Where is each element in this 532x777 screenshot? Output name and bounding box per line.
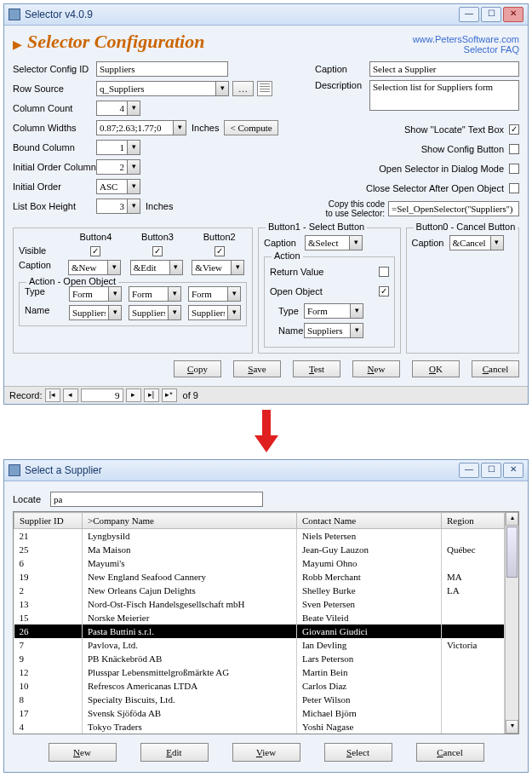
btn4-type[interactable] bbox=[69, 286, 108, 302]
site-link[interactable]: www.PetersSoftware.com bbox=[413, 34, 519, 44]
btn1-type[interactable] bbox=[304, 303, 350, 319]
col-header[interactable]: Region bbox=[442, 513, 505, 529]
table-row[interactable]: 2New Orleans Cajun DelightsShelley Burke… bbox=[14, 584, 505, 597]
new-button-2[interactable]: New bbox=[49, 743, 117, 762]
dropdown-icon[interactable]: ▾ bbox=[169, 260, 183, 275]
dropdown-icon[interactable]: ▾ bbox=[127, 179, 140, 194]
dropdown-icon[interactable]: ▾ bbox=[168, 286, 181, 302]
scrollbar[interactable]: ▴ ▾ bbox=[505, 512, 518, 734]
new-record-icon[interactable]: ▸* bbox=[162, 388, 177, 402]
bound-col-input[interactable] bbox=[96, 140, 127, 155]
dropdown-icon[interactable]: ▾ bbox=[127, 159, 140, 175]
table-row[interactable]: 12Plusspar Lebensmittelgroßmärkte AGMart… bbox=[14, 665, 505, 679]
btn3-visible-checkbox[interactable]: ✓ bbox=[152, 246, 163, 256]
show-config-checkbox[interactable] bbox=[509, 144, 519, 154]
maximize-icon[interactable]: ☐ bbox=[481, 463, 501, 478]
dropdown-icon[interactable]: ▾ bbox=[107, 260, 121, 275]
scroll-down-icon[interactable]: ▾ bbox=[506, 720, 518, 734]
dropdown-icon[interactable]: ▾ bbox=[490, 235, 504, 250]
dropdown-icon[interactable]: ▾ bbox=[108, 286, 122, 302]
open-object-checkbox[interactable]: ✓ bbox=[379, 286, 389, 296]
maximize-icon[interactable]: ☐ bbox=[481, 7, 501, 22]
dropdown-icon[interactable]: ▾ bbox=[227, 286, 241, 302]
col-count-input[interactable] bbox=[96, 101, 127, 116]
dropdown-icon[interactable]: ▾ bbox=[127, 199, 140, 214]
init-order-col-input[interactable] bbox=[96, 159, 127, 175]
col-header[interactable]: Supplier ID bbox=[14, 513, 83, 529]
new-button[interactable]: New bbox=[352, 360, 400, 377]
prev-record-icon[interactable]: ◂ bbox=[63, 388, 78, 402]
btn2-name[interactable] bbox=[188, 305, 227, 320]
compute-button[interactable]: < Compute bbox=[224, 120, 277, 135]
table-row[interactable]: 4Tokyo TradersYoshi Nagase bbox=[14, 720, 505, 734]
dropdown-icon[interactable]: ▾ bbox=[168, 305, 181, 320]
view-button[interactable]: View bbox=[232, 743, 300, 762]
btn4-name[interactable] bbox=[69, 305, 108, 320]
btn1-name[interactable] bbox=[304, 323, 350, 338]
cancel-button-2[interactable]: Cancel bbox=[416, 743, 484, 762]
locate-input[interactable] bbox=[50, 492, 263, 507]
table-row[interactable]: 26Pasta Buttini s.r.l.Giovanni Giudici bbox=[14, 624, 505, 638]
col-widths-input[interactable] bbox=[96, 120, 173, 135]
close-icon[interactable]: ✕ bbox=[503, 7, 523, 22]
copy-code-input[interactable] bbox=[388, 201, 519, 216]
table-row[interactable]: 19New England Seafood CanneryRobb Mercha… bbox=[14, 570, 505, 584]
scroll-up-icon[interactable]: ▴ bbox=[506, 512, 518, 526]
btn4-caption[interactable] bbox=[68, 260, 107, 275]
table-row[interactable]: 13Nord-Ost-Fisch Handelsgesellschaft mbH… bbox=[14, 597, 505, 611]
dropdown-icon[interactable]: ▾ bbox=[173, 120, 186, 135]
open-dialog-checkbox[interactable] bbox=[509, 164, 519, 174]
btn3-caption[interactable] bbox=[130, 260, 169, 275]
table-row[interactable]: 21LyngbysildNiels Petersen bbox=[14, 529, 505, 544]
btn1-caption[interactable] bbox=[305, 235, 349, 250]
btn3-type[interactable] bbox=[129, 286, 168, 302]
dropdown-icon[interactable]: ▾ bbox=[349, 235, 363, 250]
dropdown-icon[interactable]: ▾ bbox=[350, 323, 363, 338]
close-icon[interactable]: ✕ bbox=[503, 463, 523, 478]
btn2-visible-checkbox[interactable]: ✓ bbox=[215, 246, 225, 256]
save-button[interactable]: Save bbox=[233, 360, 281, 377]
next-record-icon[interactable]: ▸ bbox=[126, 388, 141, 402]
titlebar[interactable]: Selector v4.0.9 — ☐ ✕ bbox=[4, 4, 528, 26]
dropdown-icon[interactable]: ▾ bbox=[231, 260, 244, 275]
dropdown-icon[interactable]: ▾ bbox=[108, 305, 122, 320]
dropdown-icon[interactable]: ▾ bbox=[127, 101, 140, 116]
row-source-input[interactable] bbox=[96, 81, 215, 96]
btn0-caption[interactable] bbox=[449, 235, 490, 250]
table-row[interactable]: 15Norske MeierierBeate Vileid bbox=[14, 611, 505, 624]
table-row[interactable]: 9PB Knäckebröd ABLars Peterson bbox=[14, 652, 505, 665]
calendar-icon[interactable] bbox=[257, 81, 272, 96]
dropdown-icon[interactable]: ▾ bbox=[215, 81, 229, 96]
init-order-input[interactable] bbox=[96, 179, 127, 194]
btn2-caption[interactable] bbox=[192, 260, 231, 275]
table-row[interactable]: 17Svensk Sjöföda ABMichael Björn bbox=[14, 706, 505, 720]
table-row[interactable]: 25Ma MaisonJean-Guy LauzonQuébec bbox=[14, 543, 505, 556]
minimize-icon[interactable]: — bbox=[459, 7, 479, 22]
select-button[interactable]: Select bbox=[324, 743, 392, 762]
config-id-input[interactable] bbox=[96, 61, 228, 77]
titlebar-2[interactable]: Select a Supplier — ☐ ✕ bbox=[4, 460, 528, 481]
table-row[interactable]: 6Mayumi'sMayumi Ohno bbox=[14, 556, 505, 570]
col-header[interactable]: >Company Name bbox=[83, 513, 297, 529]
scroll-thumb[interactable] bbox=[506, 527, 518, 578]
table-row[interactable]: 8Specialty Biscuits, Ltd.Peter Wilson bbox=[14, 693, 505, 706]
list-height-input[interactable] bbox=[96, 199, 127, 214]
ok-button[interactable]: OK bbox=[412, 360, 460, 377]
dropdown-icon[interactable]: ▾ bbox=[350, 303, 363, 319]
dropdown-icon[interactable]: ▾ bbox=[227, 305, 241, 320]
col-header[interactable]: Contact Name bbox=[297, 513, 442, 529]
btn4-visible-checkbox[interactable]: ✓ bbox=[90, 246, 100, 256]
last-record-icon[interactable]: ▸| bbox=[144, 388, 159, 402]
btn3-name[interactable] bbox=[129, 305, 168, 320]
close-after-checkbox[interactable] bbox=[509, 183, 519, 193]
record-number-input[interactable] bbox=[81, 388, 123, 402]
description-input[interactable] bbox=[369, 80, 519, 111]
btn2-type[interactable] bbox=[188, 286, 227, 302]
test-button[interactable]: Test bbox=[293, 360, 340, 377]
table-row[interactable]: 7Pavlova, Ltd.Ian DevlingVictoria bbox=[14, 638, 505, 652]
copy-button[interactable]: Copy bbox=[174, 360, 221, 377]
edit-button[interactable]: Edit bbox=[140, 743, 209, 762]
minimize-icon[interactable]: — bbox=[459, 463, 479, 478]
return-value-checkbox[interactable] bbox=[379, 267, 389, 277]
show-locate-checkbox[interactable]: ✓ bbox=[509, 124, 519, 135]
